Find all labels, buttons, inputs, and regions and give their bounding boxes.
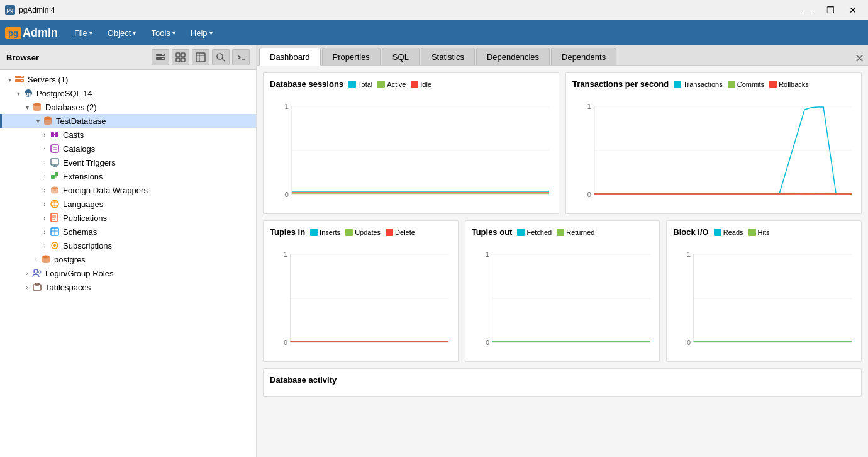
event-triggers-icon xyxy=(49,157,60,168)
svg-text:1: 1 xyxy=(285,103,289,110)
content-close-button[interactable]: ✕ xyxy=(851,52,868,65)
db-sessions-chart: 1 0 xyxy=(270,94,552,207)
casts-arrow: › xyxy=(40,132,49,138)
object-menu[interactable]: Object ▾ xyxy=(101,26,143,40)
rollbacks-label: Rollbacks xyxy=(779,81,809,88)
svg-text:1: 1 xyxy=(486,251,489,258)
tree-tablespaces[interactable]: › Tablespaces xyxy=(0,280,256,294)
tree-schemas[interactable]: › Schemas xyxy=(0,225,256,239)
event-triggers-arrow: › xyxy=(40,159,49,166)
tree-event-triggers[interactable]: › Event Triggers xyxy=(0,155,256,169)
tab-dashboard-label: Dashboard xyxy=(270,52,310,62)
tuples-in-header: Tuples in Inserts Updates Delete xyxy=(270,227,452,237)
tuples-in-legend-inserts: Inserts xyxy=(310,228,340,236)
tools-menu[interactable]: Tools ▾ xyxy=(145,26,181,40)
svg-text:pg: pg xyxy=(25,91,32,97)
tab-dependencies[interactable]: Dependencies xyxy=(476,48,550,65)
tree-servers[interactable]: ▾ Servers (1) xyxy=(0,72,256,86)
tree-postgresql14[interactable]: ▾ pg PostgreSQL 14 xyxy=(0,86,256,100)
hits-label: Hits xyxy=(758,228,770,236)
databases-arrow: ▾ xyxy=(23,104,31,111)
file-menu[interactable]: File ▾ xyxy=(68,26,99,40)
tuples-in-panel: Tuples in Inserts Updates Delete xyxy=(263,220,459,362)
schemas-arrow: › xyxy=(40,228,49,235)
tuples-out-panel: Tuples out Fetched Returned xyxy=(465,220,660,362)
tuples-in-title: Tuples in xyxy=(270,227,305,237)
transactions-panel: Transactions per second Transactions Com… xyxy=(565,72,862,214)
tree-testdatabase[interactable]: ▾ TestDatabase xyxy=(0,114,256,128)
titlebar-controls: — ❐ ✕ xyxy=(798,1,863,19)
tree-postgres-db[interactable]: › postgres xyxy=(0,252,256,266)
tree-databases[interactable]: ▾ Databases (2) xyxy=(0,100,256,114)
svg-rect-8 xyxy=(196,53,205,62)
tree-casts[interactable]: › Casts xyxy=(0,128,256,142)
tree-extensions[interactable]: › Extensions xyxy=(0,169,256,183)
tree-login-roles[interactable]: › Login/Group Roles xyxy=(0,266,256,280)
sidebar-search-btn[interactable] xyxy=(212,49,230,65)
servers-arrow: ▾ xyxy=(5,76,14,83)
db-sessions-svg: 1 0 xyxy=(270,94,552,207)
search-icon xyxy=(216,52,226,62)
help-menu-arrow: ▾ xyxy=(209,30,213,37)
catalogs-icon xyxy=(49,143,60,154)
sidebar-terminal-btn[interactable] xyxy=(232,49,250,65)
close-window-button[interactable]: ✕ xyxy=(843,1,863,19)
svg-point-2 xyxy=(162,54,164,55)
database-activity-panel: Database activity xyxy=(263,368,862,397)
idle-label: Idle xyxy=(420,81,431,88)
subscriptions-label: Subscriptions xyxy=(63,241,253,251)
file-menu-label: File xyxy=(74,28,87,38)
sidebar-table-btn[interactable] xyxy=(192,49,209,65)
server-icon xyxy=(155,52,165,62)
help-menu[interactable]: Help ▾ xyxy=(184,26,219,40)
rollbacks-color xyxy=(769,81,777,88)
tree-languages[interactable]: › Languages xyxy=(0,197,256,211)
database-activity-title: Database activity xyxy=(270,375,855,385)
svg-text:0: 0 xyxy=(486,339,489,346)
postgres-db-icon xyxy=(40,254,52,265)
app-icon: pg xyxy=(5,5,15,15)
tab-dependencies-label: Dependencies xyxy=(487,52,539,62)
block-io-chart: 1 0 xyxy=(673,242,855,355)
tab-statistics[interactable]: Statistics xyxy=(421,48,475,65)
menubar: pg Admin File ▾ Object ▾ Tools ▾ Help ▾ xyxy=(0,20,868,45)
tablespaces-icon xyxy=(31,281,43,293)
tuples-out-legend-returned: Returned xyxy=(557,228,594,236)
grid-icon xyxy=(175,52,186,62)
db-sessions-title: Database sessions xyxy=(270,79,343,89)
reads-label: Reads xyxy=(723,228,743,236)
svg-rect-28 xyxy=(51,159,58,165)
titlebar-left: pg pgAdmin 4 xyxy=(5,5,55,15)
svg-rect-22 xyxy=(51,132,54,137)
svg-rect-32 xyxy=(55,172,58,176)
maximize-button[interactable]: ❐ xyxy=(820,1,840,19)
table-icon xyxy=(196,52,206,62)
tuples-out-header: Tuples out Fetched Returned xyxy=(472,227,654,237)
tree-foreign-data-wrappers[interactable]: › Foreign Data Wrappers xyxy=(0,183,256,197)
tab-dependents[interactable]: Dependents xyxy=(551,48,616,65)
svg-text:1: 1 xyxy=(587,103,591,110)
tab-sql[interactable]: SQL xyxy=(382,48,420,65)
languages-icon xyxy=(49,198,60,210)
servers-label: Servers (1) xyxy=(28,75,253,84)
tree-catalogs[interactable]: › Catalogs xyxy=(0,142,256,155)
minimize-button[interactable]: — xyxy=(798,1,818,19)
transactions-legend-commits: Commits xyxy=(728,81,764,88)
event-triggers-label: Event Triggers xyxy=(63,158,253,167)
servers-icon xyxy=(14,74,25,85)
tree-publications[interactable]: › Publications xyxy=(0,211,256,225)
tuples-in-svg: 1 0 xyxy=(270,242,452,355)
commits-color xyxy=(728,81,735,88)
tx-label: Transactions xyxy=(683,81,723,88)
svg-point-48 xyxy=(38,271,41,273)
tree-subscriptions[interactable]: › Subscriptions xyxy=(0,239,256,252)
sidebar-server-btn[interactable] xyxy=(152,49,169,65)
languages-arrow: › xyxy=(40,201,49,208)
returned-label: Returned xyxy=(566,228,594,236)
tab-properties[interactable]: Properties xyxy=(322,48,381,65)
sidebar-grid-btn[interactable] xyxy=(172,49,189,65)
tab-dashboard[interactable]: Dashboard xyxy=(259,48,321,66)
tuples-out-svg: 1 0 xyxy=(472,242,654,355)
extensions-arrow: › xyxy=(40,173,49,180)
svg-point-3 xyxy=(162,58,164,59)
